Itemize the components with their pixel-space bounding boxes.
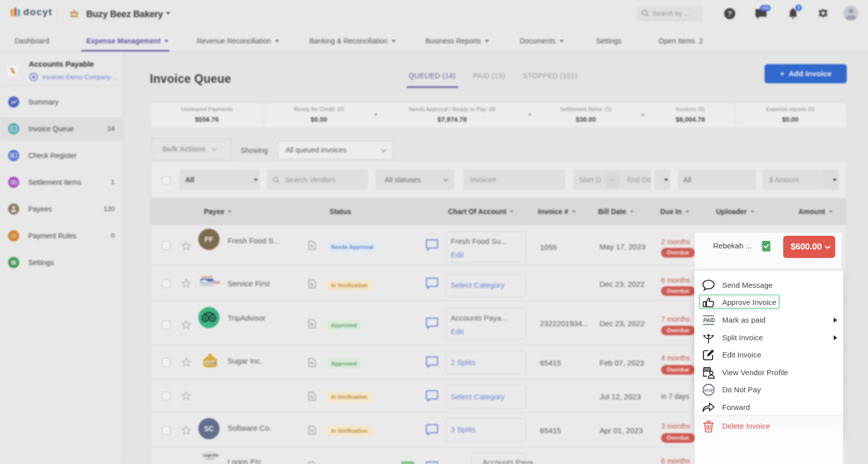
svg-text:SUGAR: SUGAR xyxy=(206,362,216,365)
svg-text:STOP: STOP xyxy=(704,389,714,392)
svg-text:1st: 1st xyxy=(213,280,220,285)
svg-text:PAID: PAID xyxy=(703,318,715,323)
svg-text:Logo Etc.: Logo Etc. xyxy=(203,453,220,457)
svg-text:servic: servic xyxy=(202,275,212,279)
